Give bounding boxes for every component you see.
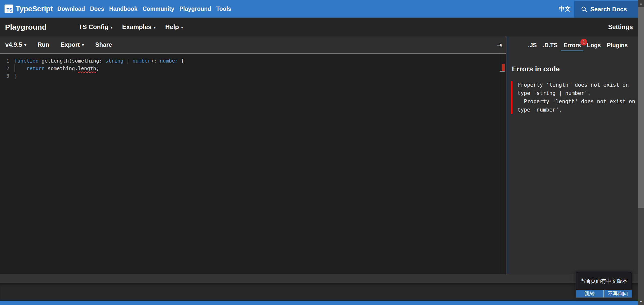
nav-item-tools[interactable]: Tools [216,6,231,12]
results-sidebar: .JS.D.TSErrors1LogsPlugins Errors in cod… [509,36,638,274]
home-link[interactable]: TS TypeScript [5,5,53,13]
code-token: number [133,58,151,64]
indent-guide [14,65,15,72]
nav-item-playground[interactable]: Playground [179,6,211,12]
tab-label: Errors [564,42,581,48]
menu-label: TS Config [79,23,108,30]
menu-help[interactable]: Help▾ [165,23,183,31]
code-text: function getLength(something: string | n… [14,57,184,65]
brand-name: TypeScript [16,5,53,13]
tab-js[interactable]: .JS [526,42,539,50]
line-number: 1 [0,57,9,65]
line-number: 2 [0,65,9,72]
jump-to-chinese-button[interactable]: 跳转 [576,290,603,297]
playground-menus: TS Config▾Examples▾Help▾ [79,23,183,31]
search-docs-button[interactable]: Search Docs [574,1,638,18]
error-message-line: type 'number'. [517,106,636,114]
version-label: v4.9.5 [5,41,22,48]
error-message-line: Property 'length' does not exist on [517,81,636,89]
editor-toolbar: v4.9.5▾ Run Export▾ Share ⇥ [0,36,506,54]
menu-ts-config[interactable]: TS Config▾ [79,23,113,31]
bottom-accent-bar [0,301,644,305]
caret-down-icon: ▾ [82,43,84,47]
sidebar-gutter [506,36,509,274]
editor-footer-bar [0,274,644,283]
code-text: return something.length; [14,65,99,72]
settings-button[interactable]: Settings [608,23,633,31]
error-message-block: Property 'length' does not exist ontype … [511,81,636,114]
nav-item-docs[interactable]: Docs [90,6,104,12]
code-line[interactable]: 3} [0,72,506,80]
code-token: ; [96,65,99,71]
menu-label: Help [165,23,179,30]
code-token: ): [151,58,160,64]
code-token: string [105,58,123,64]
errors-panel-heading: Errors in code [512,65,560,73]
language-notification: 当前页面有中文版本 跳转不再询问 [576,272,632,298]
code-token: | [123,58,132,64]
nav-item-handbook[interactable]: Handbook [109,6,137,12]
menu-examples[interactable]: Examples▾ [122,23,156,31]
dont-ask-again-button[interactable]: 不再询问 [603,290,632,297]
page-footer [0,283,644,301]
tab-errors[interactable]: Errors1 [561,42,583,51]
code-line[interactable]: 1function getLength(something: string | … [0,57,506,65]
caret-down-icon: ▾ [181,25,183,29]
language-toggle[interactable]: 中文 [559,5,571,13]
share-button[interactable]: Share [95,41,112,48]
nav-right: 中文 Search Docs [559,0,644,18]
notification-actions: 跳转不再询问 [576,290,632,297]
typescript-playground-window: TS TypeScript DownloadDocsHandbookCommun… [0,0,644,305]
tab-logs[interactable]: Logs [584,42,603,50]
notification-message: 当前页面有中文版本 [576,272,632,290]
scroll-down-icon[interactable]: ▼ [638,299,644,304]
line-number: 3 [0,72,9,80]
code-token: return [26,65,45,71]
tab-label: Logs [587,42,601,48]
scroll-up-icon[interactable]: ▲ [638,0,644,7]
page-scrollbar[interactable]: ▲ ▼ [638,0,644,305]
editor-pane: v4.9.5▾ Run Export▾ Share ⇥ 1function ge… [0,36,506,274]
nav-item-download[interactable]: Download [57,6,85,12]
nav-item-community[interactable]: Community [142,6,174,12]
code-token: function [14,58,38,64]
caret-down-icon: ▾ [24,43,26,47]
version-dropdown[interactable]: v4.9.5▾ [5,41,26,48]
scrollbar-thumb[interactable] [638,7,644,208]
code-token [14,65,26,71]
code-token: } [14,73,17,79]
tab-label: .JS [528,42,537,48]
tab-plugins[interactable]: Plugins [604,42,630,50]
code-text: } [14,72,17,80]
error-message-line: Property 'length' does not exist on [517,97,636,106]
caret-down-icon: ▾ [154,25,156,29]
overview-ruler[interactable] [499,54,505,274]
top-nav: TS TypeScript DownloadDocsHandbookCommun… [0,0,644,18]
nav-menu: DownloadDocsHandbookCommunityPlaygroundT… [57,6,231,12]
error-token: length [78,65,96,71]
editor-lines: 1function getLength(something: string | … [0,57,506,80]
code-token: { [178,58,184,64]
error-message-line: type 'string | number'. [517,89,636,97]
playground-nav: Playground TS Config▾Examples▾Help▾ Sett… [0,18,644,36]
code-token: getLength(something: [38,58,105,64]
search-docs-label: Search Docs [590,6,627,13]
collapse-sidebar-icon[interactable]: ⇥ [497,41,502,49]
code-line[interactable]: 2 return something.length; [0,65,506,72]
page-title: Playground [5,23,47,31]
tab-label: Plugins [607,42,628,48]
sidebar-tabs: .JS.D.TSErrors1LogsPlugins [526,42,630,51]
code-token: something. [45,65,78,71]
export-dropdown[interactable]: Export▾ [61,41,84,48]
tab-d-ts[interactable]: .D.TS [540,42,560,50]
run-button[interactable]: Run [37,41,49,48]
error-marker [502,64,505,71]
code-token: number [160,58,178,64]
menu-label: Examples [122,23,152,30]
typescript-logo-icon: TS [5,5,13,13]
caret-down-icon: ▾ [111,25,113,29]
tab-label: .D.TS [543,42,558,48]
editor-scrollbar-thumb[interactable] [500,71,505,72]
search-icon [581,6,587,13]
code-editor[interactable]: 1function getLength(something: string | … [0,54,506,274]
